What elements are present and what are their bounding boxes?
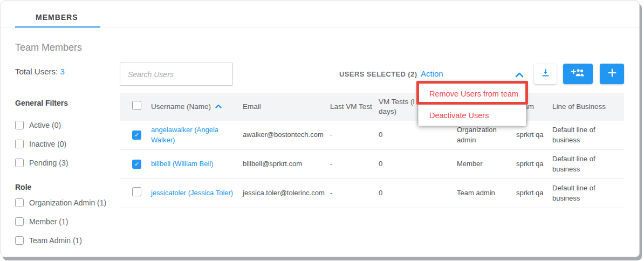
search-users-box <box>120 63 233 86</box>
add-users-button[interactable] <box>563 64 593 84</box>
line-of-business-cell: Default line of business <box>552 150 624 179</box>
general-filters-title: General Filters <box>15 99 68 107</box>
filter-organization-admin[interactable]: Organization Admin (1) <box>15 198 106 207</box>
table-row: jessicatoler (Jessica Toler) jessica.tol… <box>120 179 624 208</box>
user-link[interactable]: jessicatoler (Jessica Toler) <box>151 189 233 197</box>
header-username[interactable]: Username (Name) <box>151 93 243 121</box>
header-email: Email <box>243 93 330 121</box>
filter-inactive[interactable]: Inactive (0) <box>15 140 66 148</box>
members-table: Username (Name) Email Last VM Test VM Te… <box>120 93 624 208</box>
tab-members[interactable]: MEMBERS <box>36 13 78 22</box>
users-selected-label: USERS SELECTED (2) <box>339 70 417 78</box>
header-line-of-business: Line of Business <box>552 93 624 121</box>
row-checkbox[interactable] <box>132 130 141 140</box>
checkbox[interactable] <box>15 159 24 167</box>
table-row: angelawalker (Angela Walker) awalker@bos… <box>120 121 624 150</box>
last-vm-test-cell: - <box>330 179 379 208</box>
menu-item-remove-users[interactable]: Remove Users from team <box>419 83 526 104</box>
checkbox[interactable] <box>15 236 24 245</box>
line-of-business-cell: Default line of business <box>552 121 624 150</box>
email-cell: billbell@sprkrt.com <box>243 150 330 179</box>
chevron-up-icon[interactable] <box>515 70 524 80</box>
tabbar-divider <box>1 28 639 28</box>
team-cell: sprkrt qa <box>516 150 552 179</box>
last-vm-test-cell: - <box>330 121 379 150</box>
select-all-checkbox[interactable] <box>132 101 141 110</box>
email-cell: jessica.toler@tolerinc.com <box>243 179 330 208</box>
role-cell: Team admin <box>457 179 516 208</box>
filter-pending[interactable]: Pending (3) <box>15 159 68 167</box>
action-dropdown-trigger[interactable]: Action <box>421 69 443 78</box>
vm-tests-cell: 0 <box>379 179 457 208</box>
header-last-vm-test: Last VM Test <box>330 93 379 121</box>
total-users: Total Users: 3 <box>15 67 65 76</box>
action-dropdown-menu: Remove Users from team Deactivate Users <box>418 83 526 126</box>
team-cell: sprkrt qa <box>516 179 552 208</box>
download-icon <box>541 68 550 79</box>
page-title: Team Members <box>15 42 82 53</box>
search-users-input[interactable] <box>120 63 248 85</box>
filter-active[interactable]: Active (0) <box>15 121 61 129</box>
line-of-business-cell: Default line of business <box>552 179 624 208</box>
vm-tests-cell: 0 <box>379 150 457 179</box>
table-row: billbell (William Bell) billbell@sprkrt.… <box>120 150 624 179</box>
checkbox[interactable] <box>15 198 24 207</box>
add-users-icon <box>571 68 585 80</box>
checkbox[interactable] <box>15 121 24 129</box>
sort-ascending-icon[interactable] <box>215 101 222 111</box>
menu-item-deactivate-users[interactable]: Deactivate Users <box>419 104 526 126</box>
download-users-button[interactable] <box>534 64 557 84</box>
filter-member[interactable]: Member (1) <box>15 217 68 226</box>
plus-icon <box>608 68 616 79</box>
table-header-row: Username (Name) Email Last VM Test VM Te… <box>120 93 624 121</box>
email-cell: awalker@bostontech.com <box>243 121 330 150</box>
add-member-button[interactable] <box>600 64 624 84</box>
members-panel: MEMBERS Team Members Total Users: 3 Gene… <box>1 1 640 257</box>
filter-team-admin[interactable]: Team Admin (1) <box>15 236 82 245</box>
role-cell: Member <box>457 150 516 179</box>
user-link[interactable]: angelawalker (Angela Walker) <box>151 126 218 143</box>
checkbox[interactable] <box>15 140 24 148</box>
checkbox[interactable] <box>15 217 24 226</box>
role-filters-title: Role <box>15 183 31 191</box>
row-checkbox[interactable] <box>132 187 141 196</box>
user-link[interactable]: billbell (William Bell) <box>151 160 214 168</box>
last-vm-test-cell: - <box>330 150 379 179</box>
row-checkbox[interactable] <box>132 160 141 169</box>
total-users-count: 3 <box>60 67 64 76</box>
